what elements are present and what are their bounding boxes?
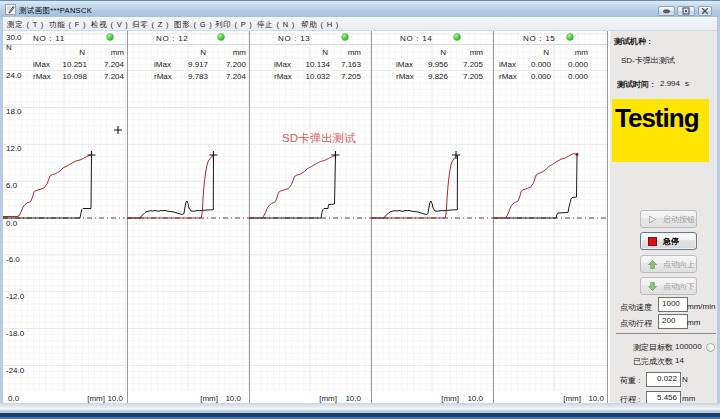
svg-text:0.0: 0.0 xyxy=(8,394,20,403)
svg-text:N: N xyxy=(543,48,549,57)
svg-text:10.134: 10.134 xyxy=(306,60,331,69)
svg-text:10.0: 10.0 xyxy=(467,394,483,403)
svg-text:N: N xyxy=(6,43,12,52)
svg-text:mm: mm xyxy=(111,48,125,57)
svg-text:mm: mm xyxy=(575,48,589,57)
svg-text:30.0: 30.0 xyxy=(6,33,22,42)
svg-text:-6.0: -6.0 xyxy=(6,255,20,264)
svg-text:iMax: iMax xyxy=(396,60,413,69)
svg-text:N: N xyxy=(440,48,446,57)
svg-text:N: N xyxy=(200,48,206,57)
svg-text:10.251: 10.251 xyxy=(63,60,88,69)
svg-text:0.0: 0.0 xyxy=(6,219,18,228)
svg-text:9.917: 9.917 xyxy=(188,60,209,69)
svg-text:-12.0: -12.0 xyxy=(6,292,25,301)
svg-text:10.098: 10.098 xyxy=(63,72,88,81)
svg-text:7.204: 7.204 xyxy=(104,60,125,69)
svg-text:N: N xyxy=(79,48,85,57)
svg-text:7.204: 7.204 xyxy=(226,72,247,81)
svg-text:24.0: 24.0 xyxy=(6,71,22,80)
svg-text:rMax: rMax xyxy=(499,72,517,81)
svg-text:-18.0: -18.0 xyxy=(6,329,25,338)
svg-text:[mm]: [mm] xyxy=(200,394,218,403)
svg-text:10.0: 10.0 xyxy=(345,394,361,403)
svg-text:N: N xyxy=(322,48,328,57)
svg-text:-24.0: -24.0 xyxy=(6,366,25,375)
svg-text:0.000: 0.000 xyxy=(531,72,552,81)
svg-text:9.956: 9.956 xyxy=(428,60,449,69)
svg-text:mm: mm xyxy=(470,48,484,57)
svg-text:7.205: 7.205 xyxy=(463,60,484,69)
svg-text:12.0: 12.0 xyxy=(6,144,22,153)
svg-text:NO : 13: NO : 13 xyxy=(278,34,310,43)
svg-text:10.032: 10.032 xyxy=(306,72,331,81)
svg-text:rMax: rMax xyxy=(33,72,51,81)
svg-text:9.826: 9.826 xyxy=(428,72,449,81)
svg-text:iMax: iMax xyxy=(154,60,171,69)
svg-text:[mm]: [mm] xyxy=(441,394,459,403)
svg-text:mm: mm xyxy=(233,48,247,57)
svg-text:[mm]: [mm] xyxy=(319,394,337,403)
svg-text:7.205: 7.205 xyxy=(341,72,362,81)
svg-text:18.0: 18.0 xyxy=(6,107,22,116)
svg-text:rMax: rMax xyxy=(396,72,414,81)
svg-text:NO : 15: NO : 15 xyxy=(523,34,555,43)
svg-text:NO : 12: NO : 12 xyxy=(156,34,188,43)
svg-text:rMax: rMax xyxy=(154,72,172,81)
svg-text:10.0: 10.0 xyxy=(588,394,604,403)
svg-text:SD卡弹出测试: SD卡弹出测试 xyxy=(282,132,356,144)
svg-text:10.0: 10.0 xyxy=(225,394,241,403)
svg-text:0.000: 0.000 xyxy=(568,72,589,81)
svg-text:7.163: 7.163 xyxy=(341,60,362,69)
svg-text:10.0: 10.0 xyxy=(107,394,123,403)
svg-text:7.200: 7.200 xyxy=(226,60,247,69)
svg-text:6.0: 6.0 xyxy=(6,181,18,190)
svg-text:7.204: 7.204 xyxy=(104,72,125,81)
svg-text:9.783: 9.783 xyxy=(188,72,209,81)
svg-text:0.000: 0.000 xyxy=(531,60,552,69)
svg-text:iMax: iMax xyxy=(274,60,291,69)
svg-text:rMax: rMax xyxy=(274,72,292,81)
svg-text:[mm]: [mm] xyxy=(563,394,581,403)
svg-text:0.000: 0.000 xyxy=(568,60,589,69)
svg-text:[mm]: [mm] xyxy=(87,394,105,403)
svg-text:mm: mm xyxy=(348,48,362,57)
svg-text:iMax: iMax xyxy=(33,60,50,69)
svg-text:7.205: 7.205 xyxy=(463,72,484,81)
svg-text:NO : 11: NO : 11 xyxy=(33,34,65,43)
svg-text:iMax: iMax xyxy=(499,60,516,69)
svg-text:NO : 14: NO : 14 xyxy=(400,34,432,43)
